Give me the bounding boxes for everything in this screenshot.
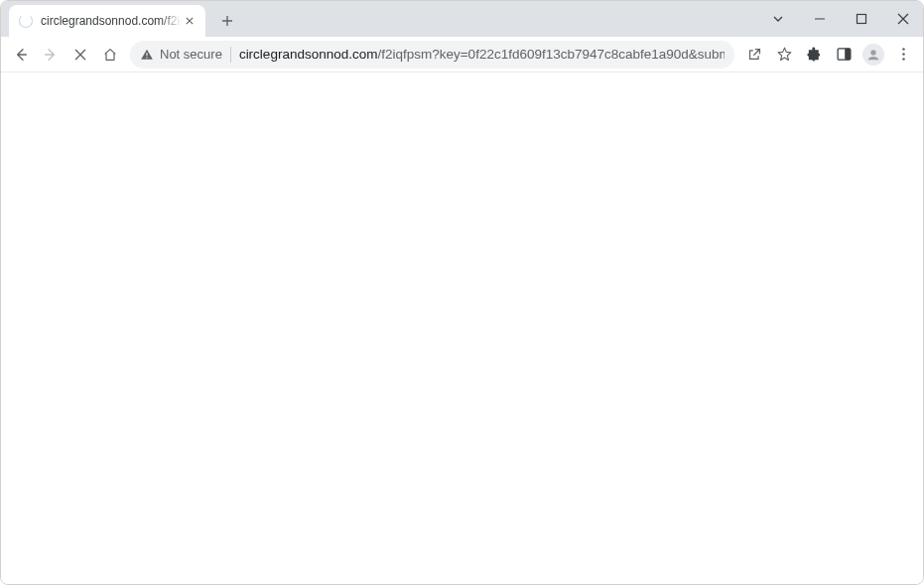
forward-button[interactable]: [37, 41, 65, 69]
chevron-down-icon: [772, 13, 784, 25]
svg-rect-0: [858, 15, 866, 24]
close-icon: [897, 13, 909, 25]
arrow-right-icon: [43, 47, 59, 63]
maximize-button[interactable]: [848, 5, 875, 33]
svg-rect-4: [845, 49, 851, 60]
url-text: circlegrandsonnod.com/f2iqfpsm?key=0f22c…: [239, 47, 725, 62]
divider: [230, 47, 231, 63]
back-button[interactable]: [7, 41, 35, 69]
warning-icon: [140, 48, 154, 62]
star-icon: [776, 46, 793, 63]
share-icon: [746, 46, 763, 63]
home-button[interactable]: [96, 41, 124, 69]
minimize-icon: [814, 13, 826, 25]
toolbar: Not secure circlegrandsonnod.com/f2iqfps…: [1, 37, 923, 73]
address-bar[interactable]: Not secure circlegrandsonnod.com/f2iqfps…: [130, 41, 734, 69]
close-icon: [72, 47, 88, 63]
maximize-icon: [856, 13, 867, 25]
svg-point-7: [902, 53, 905, 56]
avatar: [862, 44, 884, 66]
svg-rect-2: [146, 57, 147, 58]
side-panel-button[interactable]: [830, 41, 858, 69]
security-label: Not secure: [160, 47, 222, 62]
close-icon: [186, 17, 194, 25]
home-icon: [102, 47, 118, 63]
more-vertical-icon: [895, 46, 912, 63]
window-controls: [764, 1, 917, 37]
svg-point-6: [902, 48, 905, 51]
tabs-dropdown-button[interactable]: [764, 5, 792, 33]
menu-button[interactable]: [889, 41, 917, 69]
svg-point-5: [870, 50, 875, 55]
titlebar: circlegrandsonnod.com/f2iqfpsm: [1, 1, 923, 37]
svg-rect-1: [146, 53, 147, 56]
page-content: [1, 73, 923, 584]
profile-button[interactable]: [859, 41, 887, 69]
toolbar-actions: [740, 41, 917, 69]
extensions-button[interactable]: [800, 41, 828, 69]
url-host: circlegrandsonnod.com: [239, 47, 378, 62]
stop-button[interactable]: [66, 41, 94, 69]
browser-tab[interactable]: circlegrandsonnod.com/f2iqfpsm: [9, 5, 205, 37]
plus-icon: [221, 15, 233, 27]
close-tab-button[interactable]: [182, 13, 198, 29]
svg-point-8: [902, 58, 905, 61]
puzzle-icon: [806, 46, 823, 63]
url-path: /f2iqfpsm?key=0f22c1fd609f13cb7947c8cabf…: [377, 47, 725, 62]
bookmark-button[interactable]: [770, 41, 798, 69]
new-tab-button[interactable]: [213, 7, 241, 35]
share-button[interactable]: [740, 41, 768, 69]
security-indicator[interactable]: Not secure: [140, 47, 222, 62]
person-icon: [865, 47, 881, 63]
loading-spinner-icon: [19, 14, 33, 28]
minimize-button[interactable]: [806, 5, 834, 33]
window-close-button[interactable]: [889, 5, 917, 33]
side-panel-icon: [836, 46, 853, 63]
arrow-left-icon: [13, 47, 29, 63]
tab-title: circlegrandsonnod.com/f2iqfpsm: [41, 14, 182, 28]
